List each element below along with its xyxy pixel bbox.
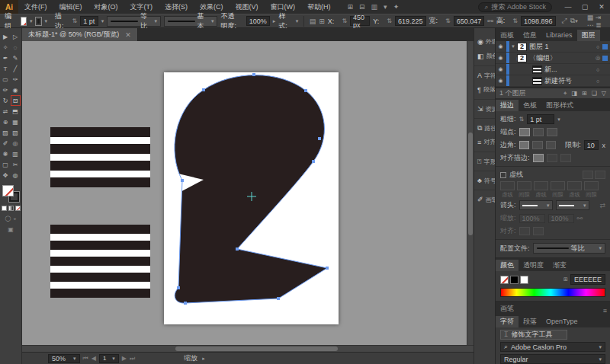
chevron-right-icon[interactable]: ▸: [273, 18, 276, 24]
miter-limit-field[interactable]: 10: [584, 140, 599, 150]
curvature-tool[interactable]: ✎: [11, 53, 21, 63]
dock-panel-button[interactable]: ✐ 画笔: [474, 190, 495, 206]
width-tool[interactable]: ⇌: [1, 106, 11, 117]
hand-tool[interactable]: ✥: [1, 170, 11, 180]
canvas[interactable]: [22, 41, 474, 345]
artboard-number-select[interactable]: 1 ▾: [99, 354, 119, 363]
shape-builder-tool[interactable]: ⊕: [1, 117, 11, 127]
transform-icon[interactable]: ⤢: [562, 17, 567, 25]
arrow-end-select[interactable]: ▾: [556, 200, 589, 210]
chevron-down-icon[interactable]: ▾: [45, 18, 48, 24]
x-field[interactable]: 450 px: [350, 16, 370, 26]
target-circle-icon[interactable]: ○: [593, 44, 602, 49]
brush-definition-select[interactable]: 基本▾: [164, 16, 218, 27]
fill-color-swatch[interactable]: [21, 17, 27, 26]
expand-icon[interactable]: ▼: [509, 44, 517, 49]
dash-field[interactable]: 间隙: [551, 181, 565, 199]
gradient-button[interactable]: [8, 206, 14, 211]
panel-menu-icon[interactable]: ≡: [603, 307, 610, 315]
menu-item[interactable]: 对象(O): [88, 0, 124, 14]
visibility-eye-icon[interactable]: ◉: [496, 78, 506, 84]
panel-tab[interactable]: 描边: [496, 100, 518, 111]
type-tool[interactable]: T: [1, 63, 11, 74]
width-field[interactable]: 650.047: [454, 16, 485, 26]
dock-panel-button[interactable]: ◧ 颜色..: [474, 49, 495, 63]
shape-options-icon[interactable]: ⧉▾: [570, 17, 578, 25]
target-circle-icon[interactable]: ◎: [593, 55, 602, 61]
profile-select[interactable]: 等比▾: [533, 243, 605, 254]
visibility-eye-icon[interactable]: ◉: [496, 55, 506, 61]
dashed-line-checkbox[interactable]: [500, 172, 506, 178]
document-tab[interactable]: 未标题-1* @ 50% (RGB/预览) ✕: [22, 28, 138, 41]
numeral-2-artwork[interactable]: [164, 72, 339, 324]
dock-panel-button[interactable]: ⇲ 资源..: [474, 99, 495, 116]
vertical-scrollbar[interactable]: [467, 41, 474, 345]
dash-field[interactable]: 虚线: [500, 181, 515, 199]
panel-tab[interactable]: 图形样式: [541, 100, 578, 111]
preferences-grid-icon[interactable]: ⊞: [319, 18, 325, 25]
horizontal-scrollbar[interactable]: [22, 345, 474, 352]
align-outside-button[interactable]: [560, 154, 571, 162]
link-scale-icon[interactable]: ⚯: [577, 215, 583, 222]
width-profile-select[interactable]: 等比▾: [107, 16, 161, 27]
dock-panel-button[interactable]: ◉ 外观: [474, 34, 495, 49]
arrow-align-tip-button[interactable]: [519, 227, 530, 235]
y-stepper[interactable]: ⇅: [387, 18, 392, 24]
align-center-button[interactable]: [533, 154, 544, 162]
document-setup-icon[interactable]: ▤: [310, 18, 316, 25]
weight-field[interactable]: 1 pt: [527, 114, 554, 124]
gradient-tool[interactable]: ▧: [11, 127, 21, 138]
maximize-button[interactable]: ▢: [576, 0, 593, 14]
weight-stepper[interactable]: ⇅: [519, 116, 525, 123]
bevel-join-button[interactable]: [546, 141, 557, 149]
miter-join-button[interactable]: [519, 141, 530, 149]
dock-panel-button[interactable]: A 字符..: [474, 65, 495, 82]
stroke-color-swatch[interactable]: [35, 17, 41, 26]
stock-icon[interactable]: ⊟: [359, 3, 365, 11]
butt-cap-button[interactable]: [519, 128, 530, 136]
height-stepper[interactable]: ⇅: [512, 18, 518, 24]
artboard[interactable]: [164, 72, 339, 324]
touch-type-tool-button[interactable]: ⌶ 修饰文字工具: [500, 330, 567, 340]
dash-preserve-button[interactable]: [583, 171, 593, 179]
expand-icon[interactable]: ▶: [509, 56, 517, 61]
y-field[interactable]: 619.225: [395, 16, 426, 26]
vertical-scroll-thumb[interactable]: [468, 133, 473, 236]
scale-tool[interactable]: ⊡: [11, 95, 21, 106]
white-swatch[interactable]: [520, 276, 528, 284]
striped-artwork-top[interactable]: [50, 127, 150, 187]
chevron-down-icon[interactable]: ▾: [30, 18, 33, 24]
align-icons[interactable]: ▦ ⇥ ⋯ ≣: [587, 14, 605, 29]
free-transform-tool[interactable]: ⬒: [11, 106, 21, 117]
blob-brush-tool[interactable]: ◉: [11, 85, 21, 95]
horizontal-scroll-thumb[interactable]: [175, 346, 338, 351]
panel-tab[interactable]: 透明度: [518, 260, 548, 271]
panel-tab[interactable]: 颜色: [496, 260, 518, 271]
layer-row[interactable]: ◉ ▶ 2 〈编组〉 ◎: [496, 53, 610, 64]
new-sublayer-icon[interactable]: ⊞: [582, 90, 587, 97]
blend-tool[interactable]: ◎: [11, 138, 21, 148]
first-artboard-icon[interactable]: ⏮: [83, 355, 88, 362]
stock-search-input[interactable]: ⌕ 搜索 Adobe Stock: [478, 2, 552, 12]
pencil-tool[interactable]: ✏: [1, 85, 11, 95]
height-field[interactable]: 1098.896: [521, 16, 556, 26]
zoom-tool[interactable]: ◍: [11, 170, 21, 180]
color-button[interactable]: [2, 206, 7, 211]
round-cap-button[interactable]: [533, 128, 544, 136]
stroke-weight-field[interactable]: 1 pt: [80, 16, 98, 26]
draw-behind-icon[interactable]: ◒: [13, 216, 16, 222]
direct-selection-tool[interactable]: ▷: [11, 31, 21, 42]
last-artboard-icon[interactable]: ⏭: [130, 355, 135, 362]
numeral-2-shape[interactable]: [175, 75, 327, 303]
panel-tab[interactable]: 图层: [577, 30, 600, 41]
font-style-select[interactable]: Regular ▾: [500, 354, 605, 364]
align-inside-button[interactable]: [547, 154, 557, 162]
clipping-mask-icon[interactable]: ◨: [571, 90, 577, 97]
delete-layer-icon[interactable]: ▽: [602, 90, 606, 97]
screen-mode-icon[interactable]: ▣: [8, 226, 14, 233]
rectangle-tool[interactable]: ▭: [1, 74, 11, 85]
link-dimensions-icon[interactable]: ⚯: [487, 18, 493, 25]
panel-tab[interactable]: 画笔: [496, 303, 518, 315]
dock-panel-button[interactable]: ¶ 段落..: [474, 82, 495, 97]
draw-normal-icon[interactable]: ◯: [5, 216, 11, 222]
